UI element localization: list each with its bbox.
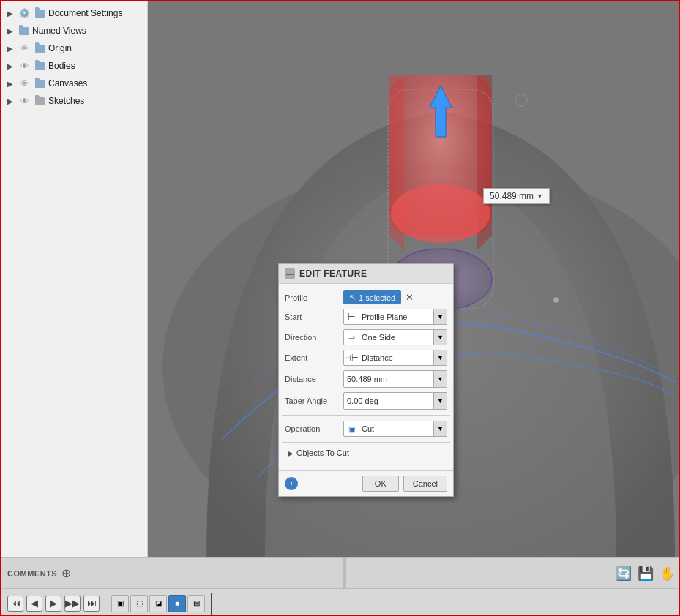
tree-item-named-views[interactable]: ▶ Named Views (1, 22, 147, 40)
tree-panel: ▶ ⚙️ Document Settings ▶ Named Views ▶ 👁… (1, 1, 148, 557)
extent-icon: ⊣⊢ (344, 350, 359, 365)
step-forward-button[interactable]: ▶▶ (64, 596, 81, 612)
dialog-collapse-button[interactable]: — (285, 268, 295, 279)
distance-value: 50.489 mm (490, 191, 534, 201)
dialog-title: EDIT FEATURE (299, 268, 367, 279)
tree-arrow-bodies[interactable]: ▶ (4, 60, 16, 72)
spacer (282, 460, 450, 466)
tree-item-canvases[interactable]: ▶ 👁 Canvases (1, 75, 147, 92)
profile-control: ↖ 1 selected ✕ (343, 290, 447, 304)
save-icon[interactable]: 💾 (638, 566, 654, 582)
start-dropdown-arrow[interactable]: ▼ (433, 309, 447, 324)
taper-input-field: ▼ (343, 392, 447, 410)
extent-dropdown[interactable]: ⊣⊢ Distance ▼ (343, 350, 447, 366)
tree-arrow-origin[interactable]: ▶ (4, 42, 16, 54)
distance-input-field: ▼ (343, 370, 447, 388)
view-mode-btn-5[interactable]: ▤ (187, 595, 205, 612)
extent-control: ⊣⊢ Distance ▼ (343, 350, 447, 366)
eye-icon-canvases: 👁 (18, 77, 31, 90)
folder-icon-canvases (34, 77, 47, 90)
distance-control: ▼ (343, 370, 447, 388)
dialog-footer: i OK Cancel (279, 470, 453, 496)
comments-label: COMMENTS (7, 569, 57, 578)
direction-dropdown-arrow[interactable]: ▼ (433, 330, 447, 345)
tree-arrow-document-settings[interactable]: ▶ (4, 7, 16, 19)
add-comment-button[interactable]: ⊕ (61, 566, 71, 580)
eye-icon-bodies: 👁 (18, 59, 31, 72)
distance-tooltip: 50.489 mm ▼ (483, 188, 550, 204)
profile-selected-text: 1 selected (359, 293, 395, 302)
start-label: Start (285, 312, 343, 321)
view-mode-btn-2[interactable]: ⬚ (130, 595, 148, 612)
tree-item-bodies[interactable]: ▶ 👁 Bodies (1, 57, 147, 75)
tree-arrow-sketches[interactable]: ▶ (4, 95, 16, 107)
playback-bar: ⏮ ◀ ▶ ▶▶ ⏭ ▣ ⬚ ◪ ■ ▤ (1, 588, 680, 616)
dialog-body: Profile ↖ 1 selected ✕ (279, 284, 453, 470)
start-icon: ⊢ (344, 309, 359, 324)
dialog-row-profile: Profile ↖ 1 selected ✕ (282, 288, 450, 307)
tooltip-dropdown-arrow[interactable]: ▼ (537, 192, 543, 200)
start-dropdown[interactable]: ⊢ Profile Plane ▼ (343, 309, 447, 325)
info-button[interactable]: i (285, 477, 298, 490)
view-mode-btn-4[interactable]: ■ (168, 595, 186, 612)
eye-icon-sketches: 👁 (18, 94, 31, 108)
step-back-button[interactable]: ◀ (26, 596, 42, 612)
svg-point-7 (515, 94, 527, 106)
footer-buttons: OK Cancel (362, 476, 447, 492)
taper-input-arrow[interactable]: ▼ (433, 393, 447, 409)
direction-select[interactable]: One Side (359, 331, 433, 343)
cursor-icon: ↖ (349, 293, 356, 302)
dialog-header: — EDIT FEATURE (279, 264, 453, 284)
operation-select[interactable]: Cut (359, 423, 433, 435)
objects-label: Objects To Cut (296, 448, 349, 457)
dialog-row-extent: Extent ⊣⊢ Distance ▼ (282, 348, 450, 368)
tree-item-document-settings[interactable]: ▶ ⚙️ Document Settings (1, 4, 147, 22)
operation-dropdown[interactable]: ▣ Cut ▼ (343, 421, 447, 437)
taper-label: Taper Angle (285, 397, 343, 405)
operation-control: ▣ Cut ▼ (343, 421, 447, 437)
dialog-row-distance: Distance ▼ (282, 368, 450, 390)
direction-icon: ⇒ (344, 330, 359, 345)
orbit-icon[interactable]: 🔄 (616, 566, 632, 582)
hand-icon[interactable]: ✋ (660, 566, 676, 582)
timeline-cursor (211, 593, 212, 615)
profile-clear-button[interactable]: ✕ (406, 292, 414, 303)
distance-label: Distance (285, 375, 343, 383)
direction-dropdown[interactable]: ⇒ One Side ▼ (343, 329, 447, 345)
ok-button[interactable]: OK (362, 476, 399, 492)
distance-input[interactable] (344, 373, 433, 385)
view-mode-btn-1[interactable]: ▣ (111, 595, 129, 612)
view-mode-btn-3[interactable]: ◪ (149, 595, 167, 612)
skip-to-end-button[interactable]: ⏭ (83, 596, 100, 612)
tree-item-sketches[interactable]: ▶ 👁 Sketches (1, 92, 147, 110)
objects-to-cut-row[interactable]: ▶ Objects To Cut (282, 446, 450, 460)
dialog-row-taper: Taper Angle ▼ (282, 390, 450, 412)
profile-selected-button[interactable]: ↖ 1 selected (343, 290, 401, 304)
extent-dropdown-arrow[interactable]: ▼ (433, 350, 447, 365)
folder-icon-bodies (34, 59, 47, 72)
extent-select[interactable]: Distance (359, 352, 433, 364)
tree-label-named-views: Named Views (32, 26, 86, 36)
tree-item-origin[interactable]: ▶ 👁 Origin (1, 40, 147, 57)
folder-icon-origin (34, 42, 47, 55)
folder-icon-sketches (34, 94, 47, 108)
start-select[interactable]: Profile Plane (359, 311, 433, 323)
objects-expand-arrow[interactable]: ▶ (288, 449, 294, 457)
distance-input-arrow[interactable]: ▼ (433, 371, 447, 387)
dialog-row-direction: Direction ⇒ One Side ▼ (282, 327, 450, 348)
comments-section: COMMENTS ⊕ (1, 558, 343, 588)
viewport-3d[interactable]: 50.489 mm ▼ — EDIT FEATURE Profile (148, 1, 680, 557)
cancel-button[interactable]: Cancel (403, 476, 447, 492)
view-mode-buttons: ▣ ⬚ ◪ ■ ▤ (111, 595, 205, 612)
taper-input[interactable] (344, 395, 433, 407)
operation-label: Operation (285, 424, 343, 433)
profile-label: Profile (285, 293, 343, 302)
operation-dropdown-arrow[interactable]: ▼ (433, 421, 447, 436)
tree-label-origin: Origin (48, 43, 72, 53)
play-button[interactable]: ▶ (45, 596, 61, 612)
dialog-divider-2 (282, 442, 450, 443)
skip-to-start-button[interactable]: ⏮ (7, 596, 23, 612)
tree-arrow-canvases[interactable]: ▶ (4, 78, 16, 89)
tree-arrow-named-views[interactable]: ▶ (4, 25, 16, 37)
svg-point-8 (553, 297, 559, 303)
